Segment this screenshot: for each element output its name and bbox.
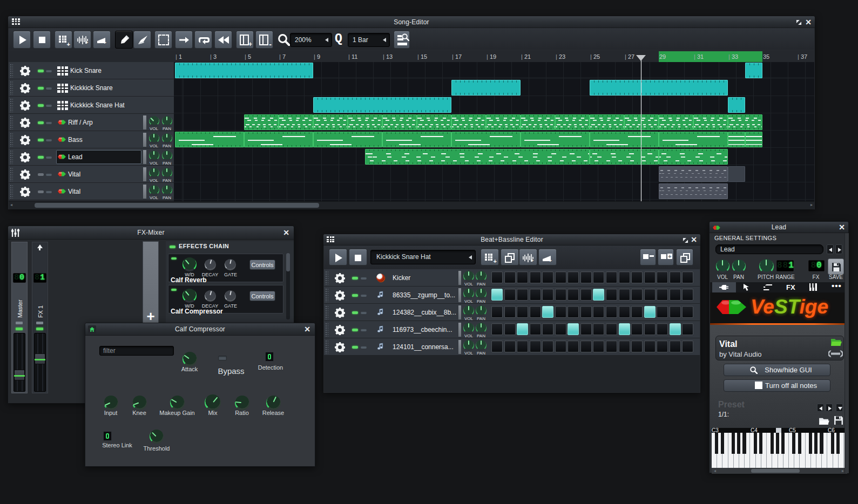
svg-text:+: + bbox=[103, 39, 106, 45]
svg-text:+: + bbox=[531, 258, 533, 263]
svg-text:+: + bbox=[549, 257, 552, 263]
svg-text:+: + bbox=[85, 40, 88, 45]
